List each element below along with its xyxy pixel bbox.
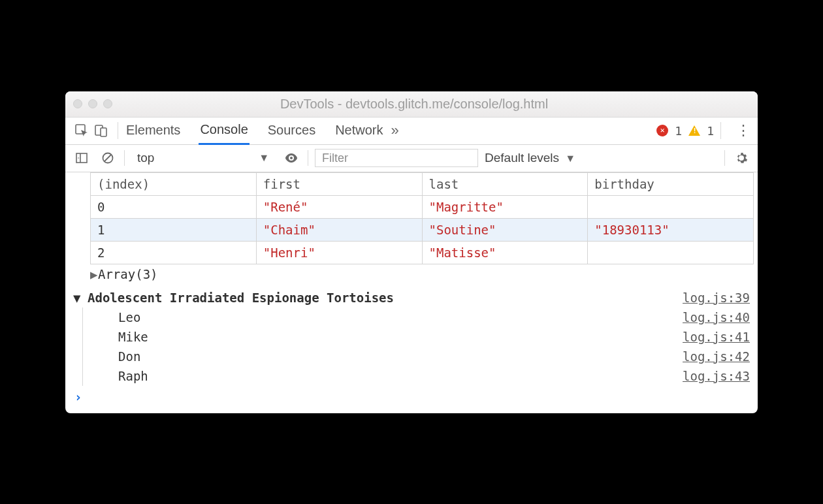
error-count[interactable]: 1 xyxy=(675,124,682,138)
main-tabbar: Elements Console Sources Network » × 1 1… xyxy=(65,118,758,145)
titlebar: DevTools - devtools.glitch.me/console/lo… xyxy=(65,91,758,118)
warning-icon[interactable] xyxy=(688,125,700,136)
console-body: (index) first last birthday 0"René""Magr… xyxy=(65,172,758,413)
levels-dropdown[interactable]: Default levels ▼ xyxy=(485,151,575,165)
source-link[interactable]: log.js:42 xyxy=(683,349,750,364)
group-header[interactable]: ▼ Adolescent Irradiated Espionage Tortoi… xyxy=(69,288,754,307)
group-item-text: Don xyxy=(118,349,683,364)
array-summary[interactable]: ▶Array(3) xyxy=(90,264,754,284)
minimize-dot-icon[interactable] xyxy=(88,99,97,108)
context-label: top xyxy=(137,151,154,165)
traffic-lights xyxy=(73,99,112,108)
svg-line-6 xyxy=(105,155,111,161)
source-link[interactable]: log.js:39 xyxy=(683,291,750,305)
window-title: DevTools - devtools.glitch.me/console/lo… xyxy=(124,97,704,112)
svg-rect-3 xyxy=(76,153,87,163)
group-item-text: Leo xyxy=(118,310,683,324)
table-row[interactable]: 1"Chaim""Soutine""18930113" xyxy=(91,218,754,241)
panel-tabs: Elements Console Sources Network xyxy=(125,117,385,145)
group-item-text: Mike xyxy=(118,330,683,344)
table-row[interactable]: 2"Henri""Matisse" xyxy=(91,241,754,264)
table-cell: "Chaim" xyxy=(256,218,422,241)
table-cell: "Matisse" xyxy=(422,241,588,264)
kebab-menu-icon[interactable]: ⋮ xyxy=(735,122,751,139)
group-title: Adolescent Irradiated Espionage Tortoise… xyxy=(88,291,676,305)
context-selector[interactable]: top ▼ xyxy=(131,148,275,168)
table-cell: "Magritte" xyxy=(422,195,588,218)
svg-rect-2 xyxy=(101,128,106,136)
clear-console-icon[interactable] xyxy=(98,148,118,168)
table-cell xyxy=(588,195,754,218)
filter-input[interactable] xyxy=(315,149,478,167)
table-cell: 2 xyxy=(91,241,257,264)
group-item: Mikelog.js:41 xyxy=(82,327,754,347)
console-group: ▼ Adolescent Irradiated Espionage Tortoi… xyxy=(69,288,754,386)
devtools-window: DevTools - devtools.glitch.me/console/lo… xyxy=(65,91,758,413)
inspect-element-icon[interactable] xyxy=(72,121,91,140)
console-toolbar: top ▼ Default levels ▼ xyxy=(65,145,758,172)
tab-network[interactable]: Network xyxy=(334,118,384,144)
console-prompt[interactable]: › xyxy=(69,386,754,411)
table-header-row: (index) first last birthday xyxy=(91,172,754,195)
source-link[interactable]: log.js:43 xyxy=(683,369,750,383)
table-col-birthday[interactable]: birthday xyxy=(588,172,754,195)
tab-sources[interactable]: Sources xyxy=(266,118,317,144)
svg-point-7 xyxy=(290,157,293,159)
console-table: (index) first last birthday 0"René""Magr… xyxy=(90,172,754,264)
gear-icon[interactable] xyxy=(732,148,751,168)
chevron-down-icon: ▼ xyxy=(259,152,269,164)
more-tabs-icon[interactable]: » xyxy=(385,122,406,139)
table-col-first[interactable]: first xyxy=(256,172,422,195)
expand-triangle-icon[interactable]: ▶ xyxy=(90,267,98,281)
table-row[interactable]: 0"René""Magritte" xyxy=(91,195,754,218)
group-item-text: Raph xyxy=(118,369,683,383)
levels-label: Default levels xyxy=(485,151,559,165)
table-col-last[interactable]: last xyxy=(422,172,588,195)
table-cell: "18930113" xyxy=(588,218,754,241)
tab-console[interactable]: Console xyxy=(199,117,249,145)
table-cell: "René" xyxy=(256,195,422,218)
zoom-dot-icon[interactable] xyxy=(103,99,112,108)
device-toolbar-icon[interactable] xyxy=(91,121,111,140)
source-link[interactable]: log.js:41 xyxy=(683,330,750,344)
table-cell: "Soutine" xyxy=(422,218,588,241)
sidebar-toggle-icon[interactable] xyxy=(72,148,91,168)
table-col-index[interactable]: (index) xyxy=(91,172,257,195)
close-dot-icon[interactable] xyxy=(73,99,82,108)
collapse-triangle-icon[interactable]: ▼ xyxy=(73,291,81,305)
chevron-down-icon: ▼ xyxy=(565,153,575,164)
tab-elements[interactable]: Elements xyxy=(125,118,182,144)
table-cell: 0 xyxy=(91,195,257,218)
group-item: Leolog.js:40 xyxy=(82,307,754,327)
table-cell: "Henri" xyxy=(256,241,422,264)
table-cell: 1 xyxy=(91,218,257,241)
warning-count[interactable]: 1 xyxy=(707,124,714,138)
group-item: Raphlog.js:43 xyxy=(82,366,754,386)
table-cell xyxy=(588,241,754,264)
live-expression-icon[interactable] xyxy=(282,148,301,168)
group-item: Donlog.js:42 xyxy=(82,347,754,366)
error-icon[interactable]: × xyxy=(656,125,668,136)
source-link[interactable]: log.js:40 xyxy=(683,310,750,324)
status-badges: × 1 1 xyxy=(656,124,714,138)
